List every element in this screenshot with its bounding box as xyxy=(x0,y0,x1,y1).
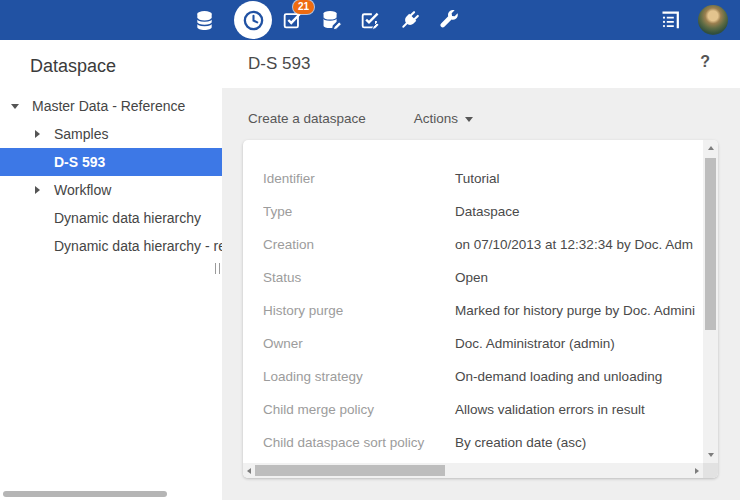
database-cylinder-icon xyxy=(193,9,216,32)
tree-item-label: Samples xyxy=(54,126,108,142)
clock-icon xyxy=(241,8,266,33)
sidebar-resize-grip[interactable] xyxy=(215,263,220,274)
tree-item-label: Master Data - Reference xyxy=(32,98,185,114)
property-row-type: Type Dataspace xyxy=(243,195,703,228)
horizontal-scrollbar[interactable] xyxy=(243,463,703,478)
action-toolbar: Create a dataspace Actions xyxy=(222,88,740,140)
create-dataspace-button[interactable]: Create a dataspace xyxy=(248,111,366,126)
databases-icon[interactable] xyxy=(192,8,216,32)
sidebar-horizontal-scrollbar[interactable] xyxy=(3,491,167,497)
outline-list-icon xyxy=(658,8,682,33)
page-title: D-S 593 xyxy=(248,54,310,74)
property-label: Child dataspace sort policy xyxy=(263,435,455,450)
application-window: 21 xyxy=(0,0,740,500)
property-row-loading-strategy: Loading strategy On-demand loading and u… xyxy=(243,360,703,393)
dataspace-tree: Master Data - Reference Samples D-S 593 … xyxy=(0,92,222,260)
property-row-sort-policy: Child dataspace sort policy By creation … xyxy=(243,426,703,459)
property-label: Owner xyxy=(263,336,455,351)
admin-wrench-icon xyxy=(437,9,460,32)
property-label: Child merge policy xyxy=(263,402,455,417)
vertical-scroll-thumb[interactable] xyxy=(705,158,716,330)
scroll-down-arrow-icon[interactable] xyxy=(708,453,714,457)
property-value: Dataspace xyxy=(455,204,520,219)
top-nav-icons: 21 xyxy=(0,1,475,39)
vertical-scrollbar[interactable] xyxy=(703,140,718,463)
tree-item-label: Workflow xyxy=(54,182,111,198)
property-value: Open xyxy=(455,270,488,285)
property-row-history-purge: History purge Marked for history purge b… xyxy=(243,294,703,327)
perspectives-icon[interactable] xyxy=(658,8,682,32)
data-model-edit-icon[interactable] xyxy=(319,8,343,32)
tree-item-dynamic-data-hierarchy-ref[interactable]: Dynamic data hierarchy - re xyxy=(0,232,222,260)
scroll-up-arrow-icon[interactable] xyxy=(708,146,714,150)
property-label: History purge xyxy=(263,303,455,318)
top-nav-right xyxy=(658,5,740,35)
tree-item-master-data-reference[interactable]: Master Data - Reference xyxy=(0,92,222,120)
checkbox-pencil-icon xyxy=(359,9,381,31)
property-label: Loading strategy xyxy=(263,369,455,384)
horizontal-scroll-thumb[interactable] xyxy=(255,465,445,476)
sidebar-title: Dataspace xyxy=(0,40,222,77)
database-pencil-icon xyxy=(320,9,343,32)
property-label: Creation xyxy=(263,237,455,252)
dataspace-properties-card: Identifier Tutorial Type Dataspace Creat… xyxy=(243,140,718,478)
property-value: On-demand loading and unloading xyxy=(455,369,662,384)
tree-item-ds-593[interactable]: D-S 593 xyxy=(0,148,222,176)
power-plug-icon xyxy=(398,9,421,32)
plug-icon[interactable] xyxy=(397,8,421,32)
main-content-area: D-S 593 ? Create a dataspace Actions Ide… xyxy=(222,40,740,500)
scroll-right-arrow-icon[interactable] xyxy=(695,468,699,474)
workflow-model-edit-icon[interactable] xyxy=(358,8,382,32)
history-tab-active[interactable] xyxy=(234,1,272,39)
actions-dropdown-button[interactable]: Actions xyxy=(414,111,473,126)
property-row-status: Status Open xyxy=(243,261,703,294)
tree-item-workflow[interactable]: Workflow xyxy=(0,176,222,204)
property-row-child-merge-policy: Child merge policy Allows validation err… xyxy=(243,393,703,426)
help-button[interactable]: ? xyxy=(700,53,710,71)
property-value: Doc. Administrator (admin) xyxy=(455,336,615,351)
tasks-icon[interactable]: 21 xyxy=(280,8,304,32)
scrollbar-corner xyxy=(703,463,718,478)
chevron-right-icon[interactable] xyxy=(31,186,54,194)
task-count-badge: 21 xyxy=(293,0,314,14)
tree-item-label: Dynamic data hierarchy - re xyxy=(54,238,222,254)
wrench-icon[interactable] xyxy=(436,8,460,32)
property-label: Identifier xyxy=(263,171,455,186)
tree-item-label: D-S 593 xyxy=(54,154,105,170)
property-value: By creation date (asc) xyxy=(455,435,586,450)
main-header: D-S 593 ? xyxy=(222,40,740,88)
tree-item-label: Dynamic data hierarchy xyxy=(54,210,201,226)
tree-item-samples[interactable]: Samples xyxy=(0,120,222,148)
dataspace-sidebar: Dataspace Master Data - Reference Sample… xyxy=(0,40,222,500)
property-row-owner: Owner Doc. Administrator (admin) xyxy=(243,327,703,360)
property-value: Tutorial xyxy=(455,171,500,186)
property-row-identifier: Identifier Tutorial xyxy=(243,162,703,195)
property-value: on 07/10/2013 at 12:32:34 by Doc. Adm xyxy=(455,237,693,252)
tree-item-dynamic-data-hierarchy[interactable]: Dynamic data hierarchy xyxy=(0,204,222,232)
scroll-left-arrow-icon[interactable] xyxy=(247,468,251,474)
actions-label: Actions xyxy=(414,111,458,126)
top-navigation-bar: 21 xyxy=(0,0,740,40)
property-label: Type xyxy=(263,204,455,219)
property-value: Allows validation errors in result xyxy=(455,402,645,417)
chevron-down-icon[interactable] xyxy=(9,104,32,109)
property-value: Marked for history purge by Doc. Admini xyxy=(455,303,695,318)
property-row-creation: Creation on 07/10/2013 at 12:32:34 by Do… xyxy=(243,228,703,261)
property-label: Status xyxy=(263,270,455,285)
properties-list: Identifier Tutorial Type Dataspace Creat… xyxy=(243,140,703,463)
chevron-right-icon[interactable] xyxy=(31,130,54,138)
user-avatar[interactable] xyxy=(698,5,728,35)
chevron-down-icon xyxy=(465,117,473,122)
